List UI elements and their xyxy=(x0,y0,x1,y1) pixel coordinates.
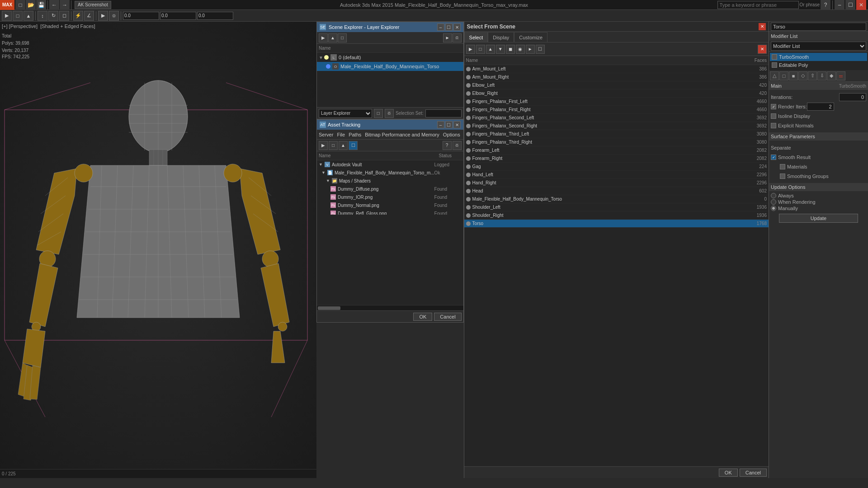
smoothing-checkbox[interactable] xyxy=(780,174,785,179)
new-btn[interactable]: □ xyxy=(15,0,25,10)
render-iters-input[interactable] xyxy=(807,103,834,111)
at-menu-options[interactable]: Options xyxy=(443,132,460,137)
modifier-item-editable-poly[interactable]: Editable Poly xyxy=(770,61,867,69)
redo-btn[interactable]: → xyxy=(60,0,70,10)
se-minimize-btn[interactable]: – xyxy=(437,23,444,31)
object-name-field[interactable] xyxy=(771,23,866,31)
mod-down-btn[interactable]: ⇩ xyxy=(817,71,826,80)
se-close-btn[interactable]: ✕ xyxy=(453,23,461,31)
ss-btn6[interactable]: ◉ xyxy=(516,45,525,54)
iterations-input[interactable] xyxy=(839,93,866,101)
at-cancel-btn[interactable]: Cancel xyxy=(434,313,461,321)
at-row-diffuse[interactable]: Ps Dummy_Diffuse.png Found xyxy=(317,185,463,193)
move-btn[interactable]: ↕ xyxy=(38,11,47,21)
layer-explorer-select[interactable]: Layer Explorer xyxy=(319,109,372,118)
render-iters-checkbox[interactable]: ✓ xyxy=(771,104,776,109)
ss-btn4[interactable]: ▼ xyxy=(496,45,505,54)
list-item[interactable]: Arm_Mount_Right 386 xyxy=(464,73,769,81)
y-field[interactable] xyxy=(160,12,196,20)
list-item[interactable]: Elbow_Right 420 xyxy=(464,89,769,98)
at-row-mannequin-file[interactable]: ▼ 📄 Male_Flexible_Half_Body_Mannequin_To… xyxy=(317,169,463,177)
list-item[interactable]: Shoulder_Right 1936 xyxy=(464,211,769,220)
tab-display[interactable]: Display xyxy=(488,32,514,42)
list-item[interactable]: Fingers_Phalanx_Third_Left 3080 xyxy=(464,130,769,138)
se-filter-btn[interactable]: ► xyxy=(443,33,452,42)
radio-always-dot[interactable] xyxy=(771,193,776,198)
z-field[interactable] xyxy=(197,12,233,20)
se-restore-btn[interactable]: ☐ xyxy=(445,23,453,31)
ss-btn5[interactable]: ◼ xyxy=(506,45,515,54)
at-tb-btn2[interactable]: □ xyxy=(329,141,338,150)
snap-btn[interactable]: ⚡ xyxy=(73,11,83,21)
rotate-btn[interactable]: ↻ xyxy=(48,11,58,21)
select-region-btn[interactable]: □ xyxy=(13,11,23,21)
mod-up-btn[interactable]: ⇧ xyxy=(808,71,817,80)
list-item[interactable]: Forearm_Left 2082 xyxy=(464,146,769,155)
select-cancel-btn[interactable]: Cancel xyxy=(740,469,767,477)
close-btn[interactable]: ✕ xyxy=(856,0,866,10)
list-item[interactable]: Fingers_Phalanx_First_Right 4660 xyxy=(464,106,769,114)
list-item[interactable]: Fingers_Phalanx_Third_Right 3080 xyxy=(464,138,769,146)
tab-select[interactable]: Select xyxy=(464,32,488,42)
render-setup-btn[interactable]: ⛭ xyxy=(109,11,119,21)
at-tb-btn3[interactable]: ▲ xyxy=(339,141,348,150)
radio-always[interactable]: Always xyxy=(771,193,866,198)
open-btn[interactable]: 📂 xyxy=(26,0,36,10)
select-ok-btn[interactable]: OK xyxy=(719,469,738,477)
ss-btn8[interactable]: ☐ xyxy=(536,45,545,54)
minimize-btn[interactable]: – xyxy=(835,0,844,10)
keyword-search[interactable] xyxy=(717,1,799,9)
ss-btn3[interactable]: ▲ xyxy=(486,45,495,54)
update-btn[interactable]: Update xyxy=(779,214,858,223)
at-settings-btn[interactable]: ⛭ xyxy=(453,141,462,150)
list-item-torso[interactable]: Torso 1768 xyxy=(464,220,769,228)
at-help-btn[interactable]: ? xyxy=(443,141,452,150)
at-horizontal-scrollbar[interactable] xyxy=(317,305,463,310)
at-menu-bitmap[interactable]: Bitmap Performance and Memory xyxy=(365,132,439,137)
explicit-checkbox[interactable] xyxy=(771,123,776,128)
selection-set-input[interactable] xyxy=(425,109,462,117)
viewport-shading-label[interactable]: [Shaded + Edged Faces] xyxy=(40,23,95,29)
list-item[interactable]: Fingers_Phalanx_Second_Right 3692 xyxy=(464,122,769,130)
render-btn[interactable]: ▶ xyxy=(98,11,108,21)
se-footer-btn2[interactable]: ⛭ xyxy=(385,109,394,118)
at-menu-file[interactable]: File xyxy=(337,132,345,137)
ss-close2-btn[interactable]: ✕ xyxy=(758,45,767,54)
x-field[interactable] xyxy=(123,12,159,20)
mod-show-btn[interactable]: ■ xyxy=(789,71,798,80)
viewport-perspective-label[interactable]: [+] [Perspective] xyxy=(2,23,38,29)
radio-when-rendering[interactable]: When Rendering xyxy=(771,199,866,205)
ss-btn2[interactable]: □ xyxy=(476,45,485,54)
at-row-normal[interactable]: Ps Dummy_Normal.png Found xyxy=(317,201,463,209)
select-object-btn[interactable]: ▶ xyxy=(2,11,12,21)
se-toolbar-btn-3[interactable]: □ xyxy=(338,33,347,42)
mod-hide-btn[interactable]: ◇ xyxy=(798,71,807,80)
mod-delete-btn[interactable]: ⚌ xyxy=(836,71,845,80)
radio-manually-dot[interactable] xyxy=(771,206,776,211)
at-menu-paths[interactable]: Paths xyxy=(349,132,361,137)
list-item[interactable]: Shoulder_Left 1936 xyxy=(464,203,769,211)
undo-btn[interactable]: ← xyxy=(49,0,59,10)
se-toolbar-btn-2[interactable]: ▲ xyxy=(328,33,337,42)
maximize-btn[interactable]: ☐ xyxy=(845,0,855,10)
list-item[interactable]: Elbow_Left 420 xyxy=(464,81,769,89)
modifier-item-turbosmooth[interactable]: TurboSmooth xyxy=(770,53,867,61)
radio-manually[interactable]: Manually xyxy=(771,206,866,211)
tree-item-default[interactable]: ▼ L 0 (default) xyxy=(317,53,463,62)
mod-lock-btn[interactable]: □ xyxy=(779,71,788,80)
at-row-maps[interactable]: ▼ 📁 Maps / Shaders xyxy=(317,177,463,185)
at-tb-btn1[interactable]: ▶ xyxy=(319,141,328,150)
select-filter-btn[interactable]: ▲ xyxy=(24,11,33,21)
at-scroll-thumb[interactable] xyxy=(318,306,340,310)
at-close-btn[interactable]: ✕ xyxy=(453,121,461,128)
at-row-ior[interactable]: Ps Dummy_IOR.png Found xyxy=(317,193,463,201)
modifier-dropdown[interactable]: Modifier List xyxy=(771,42,866,51)
at-row-vault[interactable]: ▼ V Autodesk Vault Logged xyxy=(317,160,463,169)
mod-pin-btn[interactable]: △ xyxy=(770,71,779,80)
list-item[interactable]: Hand_Left 2296 xyxy=(464,171,769,179)
at-tb-btn4[interactable]: ☐ xyxy=(349,141,358,150)
scale-btn[interactable]: ◻ xyxy=(59,11,69,21)
smooth-result-checkbox[interactable]: ✓ xyxy=(771,155,776,160)
se-toolbar-btn-1[interactable]: ▶ xyxy=(319,33,328,42)
workspace-btn[interactable]: AK Screenshot xyxy=(75,1,111,9)
